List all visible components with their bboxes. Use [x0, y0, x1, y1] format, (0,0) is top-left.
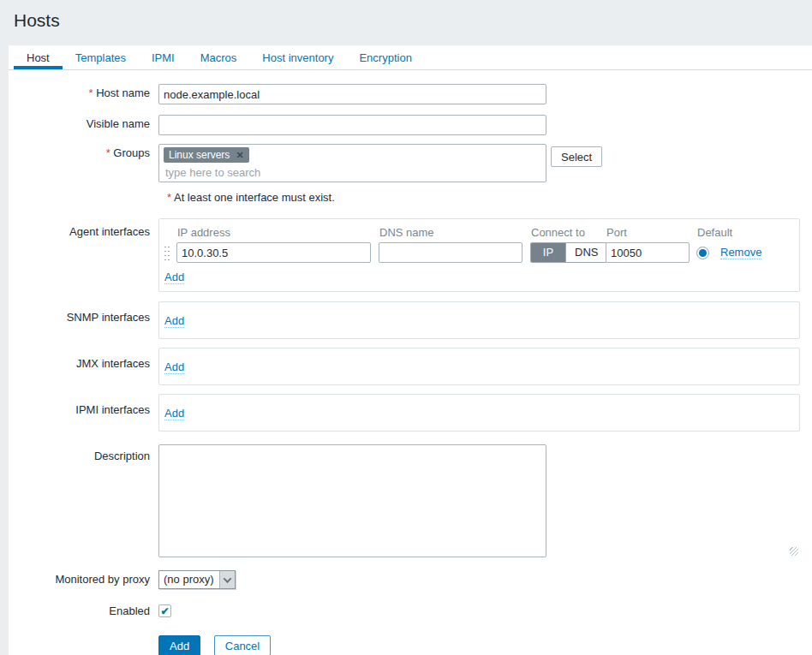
- snmp-interface-add-link[interactable]: Add: [164, 314, 184, 328]
- resize-grip-icon[interactable]: [790, 547, 798, 556]
- interface-dns-input[interactable]: [379, 242, 522, 263]
- description-label: Description: [17, 444, 158, 466]
- host-form: Host name Visible name Groups Linux serv…: [9, 70, 812, 655]
- interface-note-text: At least one interface must exist.: [174, 191, 335, 204]
- default-interface-radio[interactable]: [696, 247, 709, 259]
- agent-interfaces-box: IP address DNS name Connect to Port Defa…: [158, 218, 800, 292]
- chevron-down-icon: [219, 571, 235, 588]
- page-header: Hosts: [0, 0, 812, 45]
- visible-name-row: Visible name: [17, 115, 800, 135]
- snmp-interfaces-box: Add: [158, 301, 800, 339]
- interface-port-input[interactable]: [606, 242, 690, 263]
- snmp-interfaces-row: SNMP interfaces Add: [17, 301, 800, 339]
- content-panel: Host Templates IPMI Macros Host inventor…: [9, 45, 812, 655]
- col-connect-to: Connect to: [530, 224, 606, 242]
- groups-row: Groups Linux servers type here to search…: [17, 144, 800, 182]
- agent-interfaces-label: Agent interfaces: [17, 218, 158, 241]
- tab-encryption[interactable]: Encryption: [346, 45, 424, 69]
- agent-interface-add-link[interactable]: Add: [164, 271, 184, 284]
- agent-interfaces-header: IP address DNS name Connect to Port Defa…: [164, 224, 791, 242]
- add-button[interactable]: Add: [158, 635, 200, 655]
- col-default: Default: [696, 224, 791, 242]
- host-name-row: Host name: [17, 84, 800, 104]
- visible-name-label: Visible name: [17, 115, 158, 134]
- enabled-row: Enabled: [17, 602, 800, 621]
- col-dns-name: DNS name: [379, 224, 530, 242]
- tab-bar: Host Templates IPMI Macros Host inventor…: [9, 45, 812, 70]
- enabled-label: Enabled: [17, 602, 158, 621]
- form-actions-row: Add Cancel: [17, 635, 800, 655]
- ipmi-interface-add-link[interactable]: Add: [164, 407, 184, 420]
- agent-interfaces-row: Agent interfaces IP address DNS name Con…: [17, 218, 800, 292]
- group-chip: Linux servers: [164, 147, 249, 163]
- tab-ipmi[interactable]: IPMI: [139, 45, 188, 69]
- ipmi-interfaces-row: IPMI interfaces Add: [17, 394, 800, 432]
- description-row: Description: [17, 444, 800, 560]
- proxy-label: Monitored by proxy: [17, 570, 158, 589]
- proxy-select[interactable]: (no proxy): [158, 570, 236, 589]
- connect-to-toggle: IP DNS: [530, 242, 607, 263]
- host-name-input[interactable]: [158, 84, 546, 104]
- enabled-checkbox[interactable]: [158, 604, 171, 617]
- col-port: Port: [606, 224, 696, 242]
- agent-interface-row: IP DNS Remove: [164, 242, 791, 263]
- cancel-button[interactable]: Cancel: [214, 635, 271, 655]
- jmx-interfaces-row: JMX interfaces Add: [17, 348, 800, 385]
- snmp-interfaces-label: SNMP interfaces: [17, 301, 158, 327]
- jmx-interfaces-label: JMX interfaces: [17, 348, 158, 373]
- jmx-interface-add-link[interactable]: Add: [164, 360, 184, 374]
- tab-host-inventory[interactable]: Host inventory: [249, 45, 346, 69]
- tab-templates[interactable]: Templates: [63, 45, 139, 69]
- connect-to-ip-option[interactable]: IP: [531, 243, 565, 262]
- connect-to-dns-option[interactable]: DNS: [565, 243, 606, 262]
- tab-host[interactable]: Host: [14, 45, 63, 69]
- ipmi-interfaces-box: Add: [158, 394, 800, 432]
- remove-group-icon[interactable]: [236, 150, 243, 161]
- proxy-selected-value: (no proxy): [159, 571, 219, 588]
- group-chip-label: Linux servers: [169, 149, 230, 161]
- drag-handle-icon[interactable]: [164, 245, 170, 260]
- interface-remove-link[interactable]: Remove: [720, 246, 761, 259]
- proxy-row: Monitored by proxy (no proxy): [17, 570, 800, 589]
- interface-note: At least one interface must exist.: [17, 192, 800, 203]
- description-textarea[interactable]: [158, 444, 546, 557]
- interface-ip-input[interactable]: [176, 242, 371, 263]
- page-title: Hosts: [14, 10, 812, 31]
- groups-search-placeholder[interactable]: type here to search: [165, 166, 541, 179]
- groups-label: Groups: [17, 144, 158, 163]
- ipmi-interfaces-label: IPMI interfaces: [17, 394, 158, 420]
- groups-multiselect[interactable]: Linux servers type here to search: [158, 144, 546, 182]
- tab-macros[interactable]: Macros: [188, 45, 250, 69]
- jmx-interfaces-box: Add: [158, 348, 800, 385]
- col-ip-address: IP address: [176, 224, 379, 242]
- visible-name-input[interactable]: [158, 115, 546, 135]
- groups-select-button[interactable]: Select: [551, 146, 602, 167]
- host-name-label: Host name: [17, 84, 158, 103]
